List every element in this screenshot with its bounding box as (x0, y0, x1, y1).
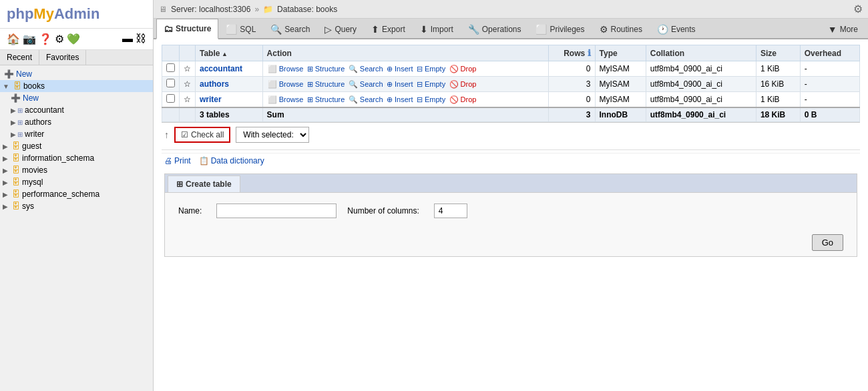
browse-icon-c: ⬜ (268, 95, 277, 103)
row-actions-writer: ⬜ Browse ⊞ Structure 🔍 Search ⊕ Insert ⊟… (262, 92, 548, 108)
tab-sql-label: SQL (240, 25, 256, 34)
row-star-accountant[interactable]: ☆ (180, 61, 196, 77)
link-icon[interactable]: ⛓ (136, 33, 146, 45)
with-selected-dropdown[interactable]: With selected: (236, 127, 309, 143)
sidebar-item-mysql[interactable]: ▶ 🗄 mysql (0, 176, 153, 188)
movies-toggle[interactable]: ▶ (3, 167, 8, 174)
sidebar-item-movies[interactable]: ▶ 🗄 movies (0, 164, 153, 176)
writer-label: writer (25, 129, 44, 139)
photo-icon[interactable]: 📷 (23, 33, 36, 45)
new-top-link[interactable]: New (16, 69, 32, 79)
rows-info-icon[interactable]: ℹ (588, 48, 591, 58)
empty-icon-c: ⊟ (417, 95, 423, 103)
row-check-writer[interactable] (162, 92, 180, 108)
checkbox-accountant[interactable] (166, 63, 175, 72)
sidebar-item-sys[interactable]: ▶ 🗄 sys (0, 200, 153, 212)
print-link[interactable]: 🖨 Print (164, 156, 191, 165)
sidebar-item-writer[interactable]: ▶ ⊞ writer (8, 128, 153, 140)
collapse-icon[interactable]: ▬ (122, 33, 133, 45)
data-dictionary-link[interactable]: 📋 Data dictionary (199, 156, 264, 165)
tab-recent[interactable]: Recent (0, 50, 39, 65)
accountant-toggle[interactable]: ▶ (11, 107, 16, 114)
browse-writer[interactable]: ⬜ Browse (268, 95, 304, 103)
tab-operations[interactable]: 🔧 Operations (461, 19, 529, 39)
insert-writer[interactable]: ⊕ Insert (387, 95, 413, 103)
drop-authors[interactable]: 🚫 Drop (449, 80, 477, 88)
settings-icon[interactable]: ⚙ (55, 33, 64, 45)
footer-type: InnoDB (595, 107, 646, 122)
cols-input[interactable] (434, 204, 467, 218)
structure-accountant[interactable]: ⊞ Structure (307, 65, 345, 73)
checkbox-writer[interactable] (166, 94, 175, 103)
table-link-writer[interactable]: writer (200, 95, 222, 104)
structure-writer[interactable]: ⊞ Structure (307, 95, 345, 103)
insert-accountant[interactable]: ⊕ Insert (387, 65, 413, 73)
tab-query[interactable]: ▷ Query (317, 19, 364, 39)
guest-toggle[interactable]: ▶ (3, 143, 8, 150)
tab-more-label: More (840, 25, 858, 34)
row-name-authors: authors (196, 77, 263, 92)
empty-accountant[interactable]: ⊟ Empty (417, 65, 445, 73)
row-star-writer[interactable]: ☆ (180, 92, 196, 108)
row-check-accountant[interactable] (162, 61, 180, 77)
row-star-authors[interactable]: ☆ (180, 77, 196, 92)
sidebar-item-books-new[interactable]: ➕ New (8, 92, 153, 104)
drop-accountant[interactable]: 🚫 Drop (449, 65, 477, 73)
tab-sql[interactable]: ⬜ SQL (218, 19, 263, 39)
plugin-icon[interactable]: 💚 (67, 33, 80, 45)
empty-authors[interactable]: ⊟ Empty (417, 80, 445, 88)
table-link-accountant[interactable]: accountant (200, 64, 242, 73)
home-icon[interactable]: 🏠 (7, 33, 20, 45)
mysql-toggle[interactable]: ▶ (3, 179, 8, 186)
tab-structure[interactable]: 🗂 Structure (156, 19, 218, 39)
create-table-tab-button[interactable]: ⊞ Create table (168, 175, 240, 192)
table-name-input[interactable] (216, 204, 337, 218)
tab-export[interactable]: ⬆ Export (364, 19, 413, 39)
sort-up-icon[interactable]: ↑ (164, 129, 169, 140)
sidebar-item-authors[interactable]: ▶ ⊞ authors (8, 116, 153, 128)
sidebar-item-books[interactable]: ▼ 🗄 books (0, 80, 153, 92)
drop-writer[interactable]: 🚫 Drop (449, 95, 477, 103)
tab-favorites[interactable]: Favorites (39, 50, 86, 65)
information-schema-toggle[interactable]: ▶ (3, 155, 8, 162)
tab-routines[interactable]: ⚙ Routines (592, 19, 650, 39)
topbar-gear-icon[interactable]: ⚙ (853, 3, 863, 15)
table-link-authors[interactable]: authors (200, 79, 229, 89)
tab-import[interactable]: ⬇ Import (413, 19, 461, 39)
col-rows[interactable]: Rows ℹ (548, 45, 595, 61)
tab-events[interactable]: 🕐 Events (650, 19, 703, 39)
more-tab-icon: ▼ (828, 24, 837, 35)
check-all-button[interactable]: ☑ Check all (174, 127, 230, 143)
authors-toggle[interactable]: ▶ (11, 119, 16, 126)
authors-table-icon: ⊞ (17, 119, 23, 126)
footer-overhead: 0 B (800, 107, 859, 122)
table-row: ☆ authors ⬜ Browse ⊞ Structure 🔍 Search … (162, 77, 860, 92)
tab-more[interactable]: ▼ More (821, 19, 865, 39)
sidebar-item-new-top[interactable]: ➕ New (0, 68, 153, 80)
empty-writer[interactable]: ⊟ Empty (417, 95, 445, 103)
books-new-link[interactable]: New (23, 93, 39, 103)
structure-authors[interactable]: ⊞ Structure (307, 80, 345, 88)
sys-toggle[interactable]: ▶ (3, 203, 8, 210)
checkbox-authors[interactable] (166, 79, 175, 87)
help-icon[interactable]: ❓ (39, 33, 52, 45)
tab-search[interactable]: 🔍 Search (263, 19, 317, 39)
writer-toggle[interactable]: ▶ (11, 131, 16, 138)
browse-accountant[interactable]: ⬜ Browse (268, 65, 304, 73)
sidebar-item-accountant[interactable]: ▶ ⊞ accountant (8, 104, 153, 116)
col-table[interactable]: Table (196, 45, 263, 61)
go-button[interactable]: Go (812, 234, 843, 251)
sidebar-item-performance-schema[interactable]: ▶ 🗄 performance_schema (0, 188, 153, 200)
search-accountant[interactable]: 🔍 Search (349, 65, 383, 73)
search-authors[interactable]: 🔍 Search (349, 80, 383, 88)
row-check-authors[interactable] (162, 77, 180, 92)
browse-authors[interactable]: ⬜ Browse (268, 80, 304, 88)
search-writer[interactable]: 🔍 Search (349, 95, 383, 103)
tab-privileges[interactable]: ⬜ Privileges (528, 19, 592, 39)
performance-schema-toggle[interactable]: ▶ (3, 191, 8, 198)
operations-tab-icon: 🔧 (468, 24, 479, 35)
insert-authors[interactable]: ⊕ Insert (387, 80, 413, 88)
books-toggle[interactable]: ▼ (3, 83, 9, 90)
sidebar-item-information-schema[interactable]: ▶ 🗄 information_schema (0, 152, 153, 164)
sidebar-item-guest[interactable]: ▶ 🗄 guest (0, 140, 153, 152)
